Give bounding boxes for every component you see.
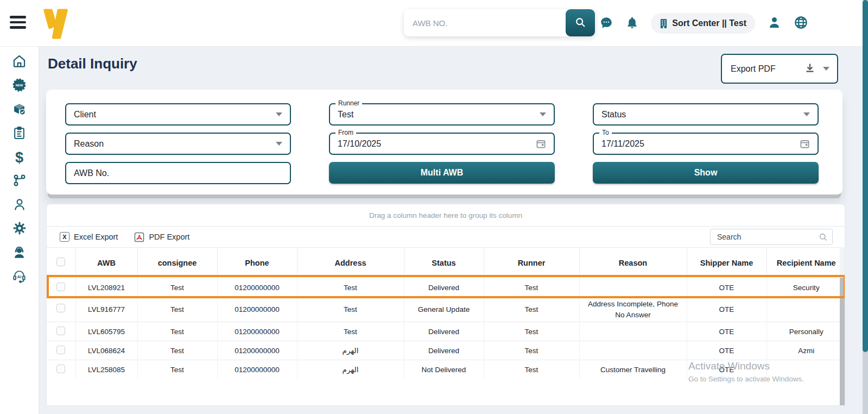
sidebar-item-branches[interactable] [0,170,39,193]
cell-consignee: Test [137,360,217,379]
row-checkbox[interactable] [56,327,65,335]
calendar-icon[interactable] [800,139,810,149]
chat-button[interactable] [599,16,613,32]
cell-address: Test [297,297,404,322]
cell-status: Not Delivered [404,360,484,379]
main-content: Detail Inquiry Export PDF Client Reason … [39,47,863,414]
select-all-checkbox[interactable] [56,258,65,266]
reason-select[interactable]: Reason [65,133,291,155]
column-header-shipper-name[interactable]: Shipper Name [687,248,766,278]
cell-awb: LVL916777 [75,297,137,322]
multi-awb-button[interactable]: Multi AWB [329,162,555,184]
language-button[interactable] [794,15,808,32]
cell-reason [579,322,687,341]
filter-panel: Client Reason Runner Test From 17/10/202… [46,90,842,195]
table-row[interactable]: LVL208921 Test 01200000000 Test Delivere… [47,278,845,297]
results-table: AWB consignee Phone Address Status Runne… [47,247,845,379]
table-row[interactable]: LVL916777 Test 01200000000 Test General … [47,297,845,322]
show-button[interactable]: Show [593,162,819,184]
menu-icon[interactable] [10,16,26,31]
cell-shipper-name: OTE [687,322,766,341]
awb-search-box [404,9,595,36]
row-checkbox[interactable] [56,365,65,373]
page-scrollbar-thumb[interactable] [863,0,868,352]
group-by-dropzone[interactable]: Drag a column header here to group its c… [47,204,845,227]
cell-address: الهرم [297,360,404,379]
chevron-down-icon [823,67,829,71]
column-header-recipient-name[interactable]: Recipient Name [766,248,845,278]
awb-no-input[interactable] [74,168,282,178]
pdf-export-button[interactable]: PDF Export [134,232,189,242]
column-header-status[interactable]: Status [404,248,484,278]
table-row[interactable]: LVL258085 Test 01200000000 الهرم Not Del… [47,360,845,379]
calendar-icon[interactable] [536,139,546,149]
client-select[interactable]: Client [65,103,291,126]
account-button[interactable] [767,15,782,32]
table-row[interactable]: LVL068624 Test 01200000000 الهرم Deliver… [47,341,845,360]
row-checkbox[interactable] [56,346,65,354]
cell-phone: 01200000000 [217,341,297,360]
user-icon [767,15,782,32]
branches-icon [12,173,27,190]
cell-reason [579,341,687,360]
sidebar-item-shipments[interactable] [0,98,39,122]
runner-select[interactable]: Runner Test [329,103,555,126]
cell-phone: 01200000000 [217,322,297,341]
building-icon [660,18,668,29]
sidebar-item-new-features[interactable]: NEW [0,74,39,98]
results-table-card: Drag a column header here to group its c… [46,204,845,406]
to-date-value: 17/11/2025 [601,139,800,149]
table-search-input[interactable] [717,233,819,241]
cell-reason: Customer Travelling [579,360,687,379]
table-row[interactable]: LVL605795 Test 01200000000 Test Delivere… [47,322,845,341]
sidebar-item-ai-assistant[interactable]: AI [0,265,39,289]
cell-runner: Test [484,278,579,297]
runner-select-value: Test [338,110,540,120]
column-header-reason[interactable]: Reason [579,248,687,278]
cell-address: Test [297,278,404,297]
notifications-button[interactable] [625,16,639,31]
orders-icon [12,126,26,142]
column-header-phone[interactable]: Phone [217,248,297,278]
cell-recipient-name [766,360,845,379]
sidebar-item-settings[interactable] [0,217,39,241]
column-header-consignee[interactable]: consignee [137,248,217,278]
to-date-field[interactable]: To 17/11/2025 [593,133,819,155]
page-title: Detail Inquiry [48,55,137,72]
cell-awb: LVL605795 [75,322,137,341]
row-checkbox[interactable] [56,283,65,291]
table-scrollbar-thumb[interactable] [840,278,845,406]
cell-status: Delivered [404,341,484,360]
brand-logo[interactable] [41,7,73,40]
export-pdf-button[interactable]: Export PDF [721,54,838,84]
from-date-field[interactable]: From 17/10/2025 [329,133,555,155]
chat-icon [599,16,613,32]
sidebar-item-orders[interactable] [0,122,39,146]
pdf-export-label: PDF Export [149,233,189,241]
cell-recipient-name: Personally [766,322,845,341]
table-scrollbar[interactable] [840,247,845,406]
reason-select-value: Reason [74,139,276,149]
excel-export-label: Excel Export [74,233,118,241]
column-header-address[interactable]: Address [297,248,404,278]
to-date-label: To [599,129,612,136]
status-select[interactable]: Status [593,103,819,126]
column-header-awb[interactable]: AWB [75,248,137,278]
shipments-icon [12,102,27,118]
from-date-value: 17/10/2025 [338,139,536,149]
cell-shipper-name: OTE [687,360,766,379]
from-date-label: From [335,129,356,136]
page-scrollbar[interactable] [863,0,868,414]
sidebar-item-home[interactable] [0,50,39,74]
sidebar-item-support[interactable] [0,241,39,265]
excel-export-button[interactable]: X Excel Export [60,232,118,242]
sidebar-item-finance[interactable]: $ [0,146,39,170]
station-selector[interactable]: Sort Center || Test [651,13,755,34]
row-checkbox[interactable] [56,304,65,312]
awb-search-input[interactable] [404,18,566,28]
new-features-icon: NEW [12,78,27,95]
cell-address: Test [297,322,404,341]
search-button[interactable] [566,9,595,36]
sidebar-item-profile[interactable] [0,193,39,217]
column-header-runner[interactable]: Runner [484,248,579,278]
